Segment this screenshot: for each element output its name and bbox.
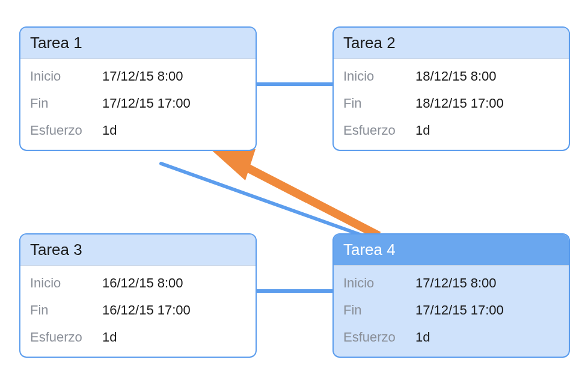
field-value-effort: 1d bbox=[102, 327, 117, 347]
task-row-effort: Esfuerzo 1d bbox=[334, 323, 569, 351]
field-value-start: 17/12/15 8:00 bbox=[102, 66, 183, 86]
field-label-start: Inicio bbox=[343, 66, 415, 86]
task-card[interactable]: Tarea 1 Inicio 17/12/15 8:00 Fin 17/12/1… bbox=[19, 26, 257, 151]
field-label-end: Fin bbox=[30, 93, 102, 113]
task-row-end: Fin 17/12/15 17:00 bbox=[334, 296, 569, 323]
svg-marker-1 bbox=[210, 149, 256, 180]
task-title: Tarea 3 bbox=[20, 235, 256, 266]
task-card[interactable]: Tarea 2 Inicio 18/12/15 8:00 Fin 18/12/1… bbox=[332, 26, 570, 151]
diagram-canvas: Tarea 1 Inicio 17/12/15 8:00 Fin 17/12/1… bbox=[0, 0, 588, 374]
field-label-effort: Esfuerzo bbox=[30, 327, 102, 347]
task-row-start: Inicio 18/12/15 8:00 bbox=[334, 63, 569, 90]
field-value-start: 18/12/15 8:00 bbox=[415, 66, 497, 86]
task-row-end: Fin 16/12/15 17:00 bbox=[20, 296, 256, 323]
svg-line-0 bbox=[234, 161, 379, 236]
task-row-start: Inicio 16/12/15 8:00 bbox=[20, 269, 256, 296]
field-label-end: Fin bbox=[30, 300, 102, 320]
field-label-end: Fin bbox=[343, 300, 415, 320]
task-body: Inicio 17/12/15 8:00 Fin 17/12/15 17:00 … bbox=[20, 59, 256, 150]
task-card-selected[interactable]: Tarea 4 Inicio 17/12/15 8:00 Fin 17/12/1… bbox=[332, 233, 570, 358]
field-value-start: 17/12/15 8:00 bbox=[415, 273, 497, 293]
field-value-start: 16/12/15 8:00 bbox=[102, 273, 183, 293]
task-row-end: Fin 18/12/15 17:00 bbox=[334, 90, 569, 117]
field-value-end: 17/12/15 17:00 bbox=[415, 300, 504, 320]
field-value-end: 17/12/15 17:00 bbox=[102, 93, 191, 113]
task-row-effort: Esfuerzo 1d bbox=[334, 117, 569, 144]
field-label-end: Fin bbox=[343, 93, 415, 113]
field-label-start: Inicio bbox=[343, 273, 415, 293]
field-value-end: 18/12/15 17:00 bbox=[415, 93, 504, 113]
task-title: Tarea 1 bbox=[20, 28, 256, 59]
field-value-effort: 1d bbox=[102, 120, 117, 140]
task-title: Tarea 4 bbox=[334, 235, 569, 266]
field-label-start: Inicio bbox=[30, 66, 102, 86]
field-label-effort: Esfuerzo bbox=[343, 120, 415, 140]
task-row-effort: Esfuerzo 1d bbox=[20, 117, 256, 144]
field-label-effort: Esfuerzo bbox=[30, 120, 102, 140]
task-body: Inicio 17/12/15 8:00 Fin 17/12/15 17:00 … bbox=[334, 266, 569, 357]
task-card[interactable]: Tarea 3 Inicio 16/12/15 8:00 Fin 16/12/1… bbox=[19, 233, 257, 358]
drag-arrow-icon bbox=[210, 149, 379, 236]
field-value-effort: 1d bbox=[415, 327, 430, 347]
task-row-start: Inicio 17/12/15 8:00 bbox=[334, 269, 569, 296]
task-row-start: Inicio 17/12/15 8:00 bbox=[20, 63, 256, 90]
task-body: Inicio 16/12/15 8:00 Fin 16/12/15 17:00 … bbox=[20, 266, 256, 357]
task-body: Inicio 18/12/15 8:00 Fin 18/12/15 17:00 … bbox=[334, 59, 569, 150]
field-label-effort: Esfuerzo bbox=[343, 327, 415, 347]
task-row-end: Fin 17/12/15 17:00 bbox=[20, 90, 256, 117]
field-value-end: 16/12/15 17:00 bbox=[102, 300, 191, 320]
task-row-effort: Esfuerzo 1d bbox=[20, 323, 256, 351]
field-value-effort: 1d bbox=[415, 120, 430, 140]
drag-line bbox=[161, 164, 373, 239]
task-title: Tarea 2 bbox=[334, 28, 569, 59]
field-label-start: Inicio bbox=[30, 273, 102, 293]
